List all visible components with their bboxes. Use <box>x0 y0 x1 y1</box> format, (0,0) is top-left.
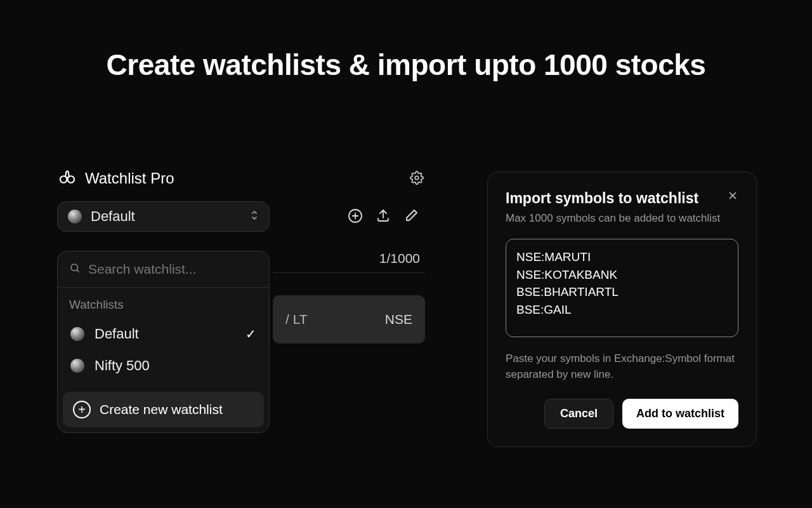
selector-row: Default <box>57 201 425 232</box>
watchlist-item-nifty500[interactable]: Nifty 500 <box>58 350 269 382</box>
watchlist-color-dot <box>70 327 84 341</box>
page-title: Create watchlists & import upto 1000 sto… <box>0 48 812 82</box>
watchlist-item-default[interactable]: Default ✓ <box>58 318 269 350</box>
import-modal: Import symbols to watchlist Max 1000 sym… <box>487 171 757 447</box>
search-input[interactable] <box>88 262 258 277</box>
watchlist-dropdown: Watchlists Default ✓ Nifty 500 + Create … <box>57 251 270 433</box>
divider <box>273 272 425 273</box>
check-icon: ✓ <box>246 326 256 342</box>
watchlist-panel: Watchlist Pro Default <box>57 168 425 273</box>
symbol-label: / LT <box>285 312 308 327</box>
watchlist-item-label: Default <box>95 326 139 342</box>
watchlist-item-label: Nifty 500 <box>95 358 150 374</box>
binoculars-icon <box>58 168 76 189</box>
create-watchlist-button[interactable]: + Create new watchlist <box>63 392 264 427</box>
modal-title: Import symbols to watchlist <box>506 190 698 207</box>
create-watchlist-label: Create new watchlist <box>100 402 223 417</box>
modal-subtitle: Max 1000 symbols can be added to watchli… <box>506 212 738 225</box>
chevron-up-down-icon <box>250 210 259 224</box>
panel-header: Watchlist Pro <box>57 168 425 201</box>
plus-circle-icon: + <box>73 401 91 418</box>
add-button[interactable] <box>346 208 364 225</box>
cancel-button[interactable]: Cancel <box>544 399 613 429</box>
svg-point-2 <box>415 176 419 180</box>
pencil-icon <box>403 208 419 225</box>
svg-point-4 <box>71 264 78 271</box>
plus-circle-icon <box>348 208 363 225</box>
close-icon <box>727 191 738 204</box>
search-icon <box>69 262 81 276</box>
watchlist-color-dot <box>70 359 84 373</box>
symbol-row[interactable]: / LT NSE <box>273 295 425 344</box>
upload-icon <box>376 208 391 225</box>
symbol-exchange: NSE <box>385 312 412 327</box>
watchlist-color-dot <box>68 210 82 224</box>
close-button[interactable] <box>727 190 738 204</box>
dropdown-section-label: Watchlists <box>58 288 269 318</box>
watchlist-select-label: Default <box>91 208 135 225</box>
gear-icon <box>410 177 424 187</box>
symbols-textarea[interactable] <box>506 239 738 337</box>
svg-point-1 <box>68 176 75 183</box>
settings-button[interactable] <box>410 171 424 187</box>
edit-button[interactable] <box>402 208 420 225</box>
modal-hint: Paste your symbols in Exchange:Symbol fo… <box>506 351 738 382</box>
symbol-counter: 1/1000 <box>379 251 420 266</box>
upload-button[interactable] <box>374 208 392 225</box>
panel-title: Watchlist Pro <box>85 170 174 187</box>
svg-point-0 <box>60 176 67 183</box>
watchlist-select[interactable]: Default <box>57 201 270 232</box>
add-to-watchlist-button[interactable]: Add to watchlist <box>622 399 738 429</box>
